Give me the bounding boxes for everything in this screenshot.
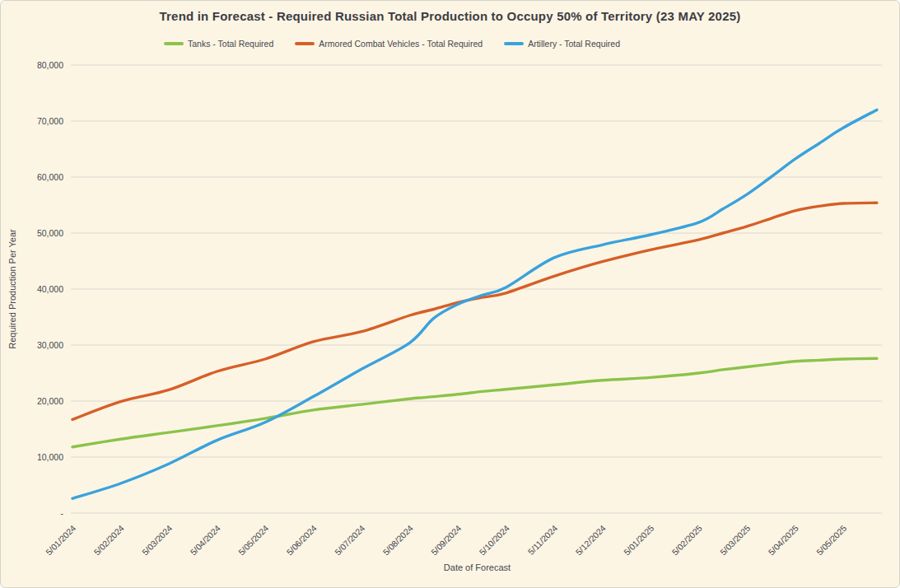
x-tick-label: 5/03/2024: [140, 523, 175, 558]
plot-area: -10,00020,00030,00040,00050,00060,00070,…: [1, 1, 900, 588]
x-tick-label: 5/09/2024: [429, 523, 464, 558]
y-tick-label: 60,000: [37, 172, 63, 182]
y-tick-label: 30,000: [37, 340, 63, 350]
x-tick-label: 5/01/2024: [44, 523, 78, 558]
x-tick-label: 5/07/2024: [333, 523, 367, 558]
x-tick-label: 5/10/2024: [477, 523, 511, 558]
x-tick-label: 5/02/2024: [91, 523, 126, 558]
series-line-armored: [72, 203, 877, 419]
y-tick-label: 80,000: [37, 60, 63, 70]
x-tick-label: 5/08/2024: [380, 523, 415, 558]
x-tick-label: 5/04/2024: [188, 523, 222, 558]
x-tick-label: 5/05/2025: [814, 523, 849, 558]
y-tick-label: 10,000: [37, 452, 63, 462]
x-tick-label: 5/02/2025: [669, 523, 704, 558]
x-tick-label: 5/03/2025: [718, 523, 753, 558]
y-axis-title: Required Production Per Year: [7, 207, 17, 371]
x-tick-label: 5/11/2024: [525, 523, 559, 557]
y-tick-label: 70,000: [37, 116, 63, 126]
y-tick-label: 20,000: [37, 396, 63, 406]
x-tick-label: 5/12/2024: [573, 523, 608, 558]
series-line-artillery: [72, 110, 877, 498]
series-line-tanks: [72, 358, 877, 446]
x-tick-label: 5/05/2024: [236, 523, 271, 558]
x-tick-label: 5/06/2024: [284, 523, 319, 558]
y-tick-label: 50,000: [37, 228, 63, 238]
x-tick-label: 5/01/2025: [622, 523, 656, 558]
chart-frame: Trend in Forecast - Required Russian Tot…: [0, 0, 900, 588]
y-tick-label: 40,000: [37, 284, 63, 294]
x-tick-label: 5/04/2025: [766, 523, 800, 558]
x-axis-title: Date of Forecast: [72, 562, 882, 572]
y-tick-label: -: [61, 508, 64, 518]
